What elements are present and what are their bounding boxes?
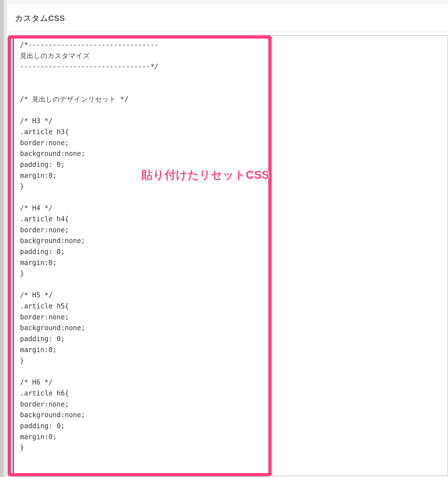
- section-header: カスタムCSS: [7, 3, 448, 32]
- editor-wrap: 貼り付けたリセットCSS: [13, 35, 448, 476]
- section-title: カスタムCSS: [15, 14, 65, 23]
- page-container: カスタムCSS 貼り付けたリセットCSS: [7, 0, 448, 477]
- custom-css-editor[interactable]: [13, 35, 448, 476]
- top-divider: [7, 0, 448, 3]
- admin-left-gutter-inner: [4, 0, 7, 477]
- admin-left-gutter: [0, 0, 7, 477]
